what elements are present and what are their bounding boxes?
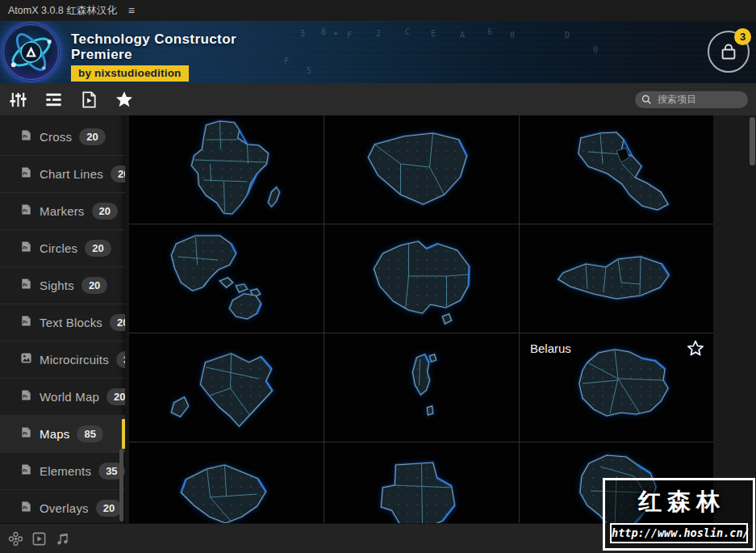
sliders-icon[interactable] <box>8 90 27 109</box>
svg-text:Pr: Pr <box>23 245 28 250</box>
star-icon[interactable] <box>115 90 134 109</box>
svg-text:Pr: Pr <box>23 283 28 287</box>
pr-file-icon: Pr <box>20 203 32 219</box>
sidebar-item-text-blocks[interactable]: PrText Blocks20 <box>0 304 125 341</box>
shopping-bag-icon <box>718 41 739 62</box>
pr-file-icon: Pr <box>20 166 32 182</box>
selected-accent-bar <box>122 419 125 449</box>
sidebar-item-microcircuits[interactable]: Microcircuits30 <box>0 341 125 379</box>
map-tile-azerbaijan[interactable] <box>129 333 324 442</box>
app-title: Technology Constructor Premiere <box>71 31 236 62</box>
sidebar-item-label: Circles <box>40 241 77 255</box>
sidebar-item-elements[interactable]: PrElements35 <box>0 453 125 490</box>
main-scrollbar-thumb[interactable] <box>750 117 755 165</box>
pr-file-icon: Pr <box>20 501 32 516</box>
item-count-badge: 20 <box>85 240 111 257</box>
bahrain-map-thumbnail <box>324 333 519 442</box>
svg-text:Pr: Pr <box>23 394 28 399</box>
image-icon <box>20 352 32 367</box>
app-title-line1: Technology Constructor <box>71 31 236 47</box>
item-count-badge: 20 <box>79 128 105 145</box>
botswana-map-thumbnail <box>324 442 519 523</box>
item-count-badge: 20 <box>81 277 107 294</box>
cart-button[interactable]: 3 <box>708 31 750 73</box>
sidebar-item-label: World Map <box>40 390 99 404</box>
map-tile-asia-pacific[interactable] <box>129 224 324 333</box>
atom-icon[interactable] <box>7 531 23 547</box>
map-tile-austria[interactable] <box>520 224 713 333</box>
search-box <box>635 91 748 108</box>
sidebar-item-sights[interactable]: PrSights20 <box>0 267 125 304</box>
map-tile-belarus[interactable]: Belarus <box>520 333 713 442</box>
content-area: PrCross20PrChart Lines20PrMarkers20PrCir… <box>0 115 756 523</box>
austria-map-thumbnail <box>520 224 713 333</box>
sidebar-scrollbar-thumb[interactable] <box>119 449 123 522</box>
map-tile-algeria[interactable] <box>324 115 519 224</box>
sidebar-item-label: Markers <box>40 204 85 218</box>
map-tile-africa[interactable] <box>129 115 324 224</box>
watermark-title: 红森林 <box>605 480 753 523</box>
sidebar-item-label: Maps <box>40 427 69 441</box>
app-title-line2: Premiere <box>71 47 236 62</box>
sidebar-item-chart-lines[interactable]: PrChart Lines20 <box>0 156 125 193</box>
search-input[interactable] <box>656 93 741 106</box>
item-count-badge: 20 <box>111 165 125 182</box>
pr-file-icon: Pr <box>20 278 32 293</box>
sidebar-item-markers[interactable]: PrMarkers20 <box>0 193 125 230</box>
window-title: AtomX 3.0.8 红森林汉化 <box>8 4 117 18</box>
music-icon[interactable] <box>54 531 70 547</box>
map-tile-australia[interactable] <box>324 224 519 333</box>
pr-file-icon: Pr <box>20 426 32 442</box>
watermark-url: http://www.hoslin.cn/ <box>610 523 748 543</box>
asia-pacific-map-thumbnail <box>129 224 324 333</box>
svg-text:Pr: Pr <box>23 431 28 436</box>
pr-file-icon: Pr <box>20 241 32 256</box>
azerbaijan-map-thumbnail <box>129 333 324 442</box>
sidebar-item-label: Cross <box>40 130 72 144</box>
window-titlebar: AtomX 3.0.8 红森林汉化 ≡ <box>0 0 756 21</box>
hamburger-menu-icon[interactable]: ≡ <box>128 4 135 17</box>
svg-text:Pr: Pr <box>23 320 28 325</box>
right-gutter <box>713 115 756 523</box>
svg-text:Pr: Pr <box>23 134 28 139</box>
header-banner: 38F2CEA60F5D0+ Technology Constructor Pr… <box>0 21 756 83</box>
svg-text:Pr: Pr <box>23 208 28 213</box>
sidebar-item-maps[interactable]: PrMaps85 <box>0 416 125 453</box>
favorite-star-icon[interactable] <box>686 339 705 358</box>
list-icon[interactable] <box>44 90 63 109</box>
pr-file-icon: Pr <box>20 315 32 330</box>
armenia-map-thumbnail <box>520 115 713 224</box>
sidebar-list: PrCross20PrChart Lines20PrMarkers20PrCir… <box>0 115 125 523</box>
pr-file-icon: Pr <box>20 389 32 404</box>
svg-text:Pr: Pr <box>23 505 28 510</box>
item-count-badge: 20 <box>96 500 122 517</box>
atomx-logo <box>2 23 60 81</box>
tile-label: Belarus <box>530 341 571 355</box>
category-sidebar: PrCross20PrChart Lines20PrMarkers20PrCir… <box>0 115 125 523</box>
item-count-badge: 20 <box>92 203 118 220</box>
pr-file-icon: Pr <box>20 463 32 479</box>
sidebar-item-cross[interactable]: PrCross20 <box>0 119 125 156</box>
sidebar-item-circles[interactable]: PrCircles20 <box>0 230 125 267</box>
item-count-badge: 85 <box>77 425 102 442</box>
australia-map-thumbnail <box>324 224 519 333</box>
video-file-icon[interactable] <box>79 90 98 109</box>
sidebar-item-label: Text Blocks <box>40 316 102 329</box>
svg-text:Pr: Pr <box>23 468 28 473</box>
sidebar-item-world-map[interactable]: PrWorld Map20 <box>0 379 125 416</box>
toolbar <box>0 83 756 115</box>
sidebar-item-label: Chart Lines <box>40 167 103 181</box>
algeria-map-thumbnail <box>324 115 519 224</box>
map-tile-botswana[interactable] <box>324 442 519 523</box>
sidebar-item-label: Elements <box>40 464 91 478</box>
map-tile-bahrain[interactable] <box>324 333 519 442</box>
item-count-badge: 30 <box>116 351 125 368</box>
map-tile-belgium[interactable] <box>129 442 324 523</box>
video-preview-icon[interactable] <box>31 531 47 547</box>
map-tile-armenia[interactable] <box>520 115 713 224</box>
sidebar-item-overlays[interactable]: PrOverlays20 <box>0 490 125 523</box>
map-grid: Belarus <box>129 115 713 523</box>
search-icon <box>641 94 652 105</box>
author-badge: by nixstudioedition <box>71 65 189 82</box>
item-count-badge: 20 <box>110 314 125 331</box>
